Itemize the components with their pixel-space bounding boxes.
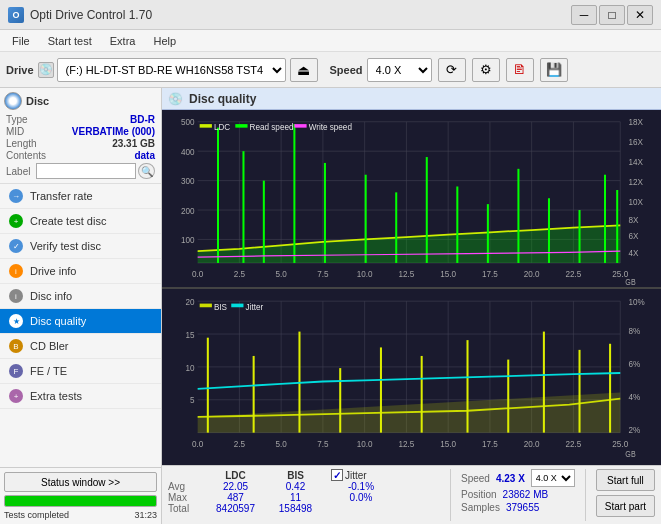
svg-text:Jitter: Jitter	[246, 301, 264, 312]
disc-section-title: Disc	[26, 95, 49, 107]
svg-rect-113	[200, 303, 212, 307]
chart2-svg: 20 15 10 5 10% 8% 6% 4% 2% 0.0 2.5 5.0 7…	[162, 289, 661, 466]
svg-text:20: 20	[186, 296, 195, 307]
menu-help[interactable]: Help	[145, 33, 184, 49]
svg-text:22.5: 22.5	[565, 438, 581, 449]
create-test-disc-icon: +	[9, 214, 23, 228]
drive-select[interactable]: (F:) HL-DT-ST BD-RE WH16NS58 TST4	[57, 58, 286, 82]
sidebar-item-extra-tests[interactable]: + Extra tests	[0, 384, 161, 409]
app-title: Opti Drive Control 1.70	[30, 8, 152, 22]
sidebar: Disc Type BD-R MID VERBATIMe (000) Lengt…	[0, 88, 162, 524]
disc-quality-title: Disc quality	[189, 92, 256, 106]
eject-button[interactable]: ⏏	[290, 58, 318, 82]
sidebar-item-fe-te[interactable]: F FE / TE	[0, 359, 161, 384]
action-buttons: Start full Start part	[596, 469, 655, 517]
verify-test-disc-icon: ✓	[9, 239, 23, 253]
bis-max: 11	[268, 492, 323, 503]
menu-extra[interactable]: Extra	[102, 33, 144, 49]
disc-quality-header: 💿 Disc quality	[162, 88, 661, 110]
start-full-button[interactable]: Start full	[596, 469, 655, 491]
settings-button[interactable]: ⚙	[472, 58, 500, 82]
status-progress-fill	[5, 496, 156, 506]
status-text: Tests completed	[4, 510, 69, 520]
ldc-avg: 22.05	[203, 481, 268, 492]
svg-text:7.5: 7.5	[317, 269, 328, 280]
svg-text:16X: 16X	[628, 137, 643, 148]
svg-text:10%: 10%	[628, 296, 644, 307]
svg-text:5.0: 5.0	[275, 269, 286, 280]
speed-select[interactable]: 4.0 X	[367, 58, 432, 82]
maximize-button[interactable]: □	[599, 5, 625, 25]
svg-text:20.0: 20.0	[524, 438, 540, 449]
svg-text:5.0: 5.0	[275, 438, 286, 449]
copy-button[interactable]: 🖹	[506, 58, 534, 82]
svg-text:12.5: 12.5	[398, 438, 414, 449]
svg-text:300: 300	[181, 176, 195, 187]
disc-quality-icon-header: 💿	[168, 92, 183, 106]
disc-mid: VERBATIMe (000)	[72, 126, 155, 137]
close-button[interactable]: ✕	[627, 5, 653, 25]
toolbar: Drive 💿 (F:) HL-DT-ST BD-RE WH16NS58 TST…	[0, 52, 661, 88]
sidebar-item-drive-info[interactable]: i Drive info	[0, 259, 161, 284]
fe-te-icon: F	[9, 364, 23, 378]
title-bar: O Opti Drive Control 1.70 ─ □ ✕	[0, 0, 661, 30]
status-area: Status window >> Tests completed 31:23	[0, 467, 161, 524]
svg-text:0.0: 0.0	[192, 438, 203, 449]
sidebar-item-cd-bler[interactable]: B CD Bler	[0, 334, 161, 359]
status-progress-bar	[4, 495, 157, 507]
disc-icon	[4, 92, 22, 110]
bis-total: 158498	[268, 503, 323, 514]
svg-text:12X: 12X	[628, 177, 643, 188]
transfer-rate-icon: →	[9, 189, 23, 203]
jitter-checkbox[interactable]: ✓	[331, 469, 343, 481]
jitter-max: 0.0%	[331, 492, 391, 503]
sidebar-item-verify-test-disc[interactable]: ✓ Verify test disc	[0, 234, 161, 259]
label-edit-button[interactable]: 🔍	[138, 163, 155, 179]
start-part-button[interactable]: Start part	[596, 495, 655, 517]
svg-text:4%: 4%	[628, 391, 640, 402]
svg-text:14X: 14X	[628, 157, 643, 168]
svg-text:18X: 18X	[628, 117, 643, 128]
status-window-button[interactable]: Status window >>	[4, 472, 157, 492]
svg-text:22.5: 22.5	[565, 269, 581, 280]
svg-text:0.0: 0.0	[192, 269, 203, 280]
chart2-container: 20 15 10 5 10% 8% 6% 4% 2% 0.0 2.5 5.0 7…	[162, 289, 661, 466]
svg-text:15.0: 15.0	[440, 438, 456, 449]
disc-properties: Type BD-R MID VERBATIMe (000) Length 23.…	[4, 114, 157, 179]
menu-file[interactable]: File	[4, 33, 38, 49]
svg-text:Write speed: Write speed	[309, 121, 352, 132]
svg-text:17.5: 17.5	[482, 438, 498, 449]
svg-text:25.0: 25.0	[612, 438, 628, 449]
svg-text:15.0: 15.0	[440, 269, 456, 280]
svg-text:10.0: 10.0	[357, 269, 373, 280]
status-time: 31:23	[134, 510, 157, 520]
chart1-container: 500 400 300 200 100 18X 16X 14X 12X 10X …	[162, 110, 661, 289]
app-icon: O	[8, 7, 24, 23]
svg-text:15: 15	[186, 329, 195, 340]
speed-dropdown[interactable]: 4.0 X	[531, 469, 575, 487]
svg-text:8X: 8X	[628, 214, 638, 225]
disc-label-input[interactable]	[36, 163, 136, 179]
svg-rect-58	[200, 124, 212, 128]
svg-text:8%: 8%	[628, 325, 640, 336]
jitter-avg: -0.1%	[331, 481, 391, 492]
svg-text:10: 10	[186, 361, 195, 372]
stats-area: LDC BIS ✓ Jitter Avg 22.05 0.42 -0.1% Ma…	[162, 465, 661, 524]
drive-info-icon: i	[9, 264, 23, 278]
sidebar-item-transfer-rate[interactable]: → Transfer rate	[0, 184, 161, 209]
refresh-button[interactable]: ⟳	[438, 58, 466, 82]
extra-tests-icon: +	[9, 389, 23, 403]
sidebar-item-create-test-disc[interactable]: + Create test disc	[0, 209, 161, 234]
speed-value: 4.23 X	[496, 473, 525, 484]
speed-position-area: Speed 4.23 X 4.0 X Position 23862 MB Sam…	[461, 469, 575, 513]
minimize-button[interactable]: ─	[571, 5, 597, 25]
menu-start-test[interactable]: Start test	[40, 33, 100, 49]
disc-contents: data	[134, 150, 155, 161]
save-button[interactable]: 💾	[540, 58, 568, 82]
svg-text:Read speed: Read speed	[250, 121, 294, 132]
sidebar-item-disc-info[interactable]: i Disc info	[0, 284, 161, 309]
disc-type: BD-R	[130, 114, 155, 125]
jitter-legend: ✓ Jitter	[331, 469, 391, 481]
sidebar-item-disc-quality[interactable]: ★ Disc quality	[0, 309, 161, 334]
svg-rect-60	[235, 124, 247, 128]
